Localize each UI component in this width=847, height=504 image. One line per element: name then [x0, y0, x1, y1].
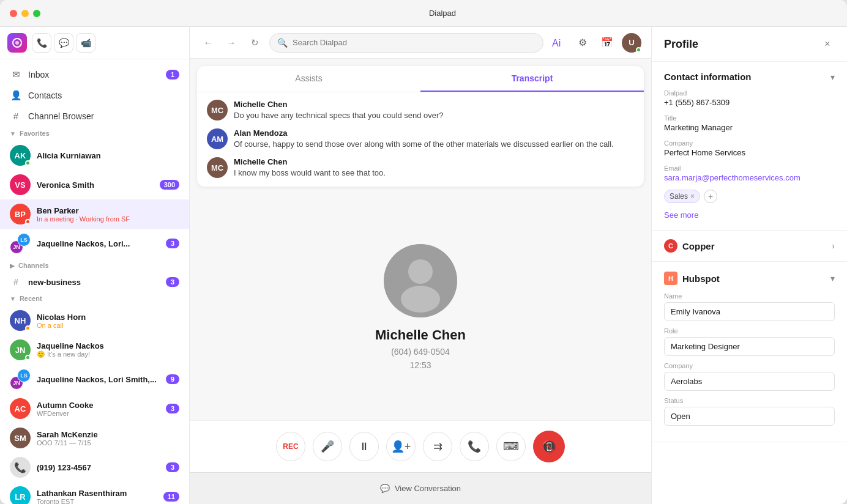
close-panel-button[interactable]: × [820, 37, 835, 51]
contact-item-nicolas[interactable]: NH Nicolas Horn On a call [0, 306, 189, 335]
maximize-button[interactable] [33, 10, 40, 17]
favorites-section-header[interactable]: ▼ Favorites [0, 126, 189, 141]
caller-avatar-large [384, 244, 457, 317]
see-more-link[interactable]: See more [664, 210, 698, 220]
pause-button[interactable]: ⏸ [349, 432, 379, 461]
hs-company-label: Company [664, 362, 835, 369]
contact-item-alicia[interactable]: AK Alicia Kurniawan [0, 141, 189, 170]
contacts-icon: 👤 [10, 90, 22, 101]
status-dot-ben [25, 219, 31, 224]
contact-info-nicolas: Nicolas Horn On a call [37, 313, 179, 329]
copper-section[interactable]: C Copper › [652, 231, 847, 262]
contact-item-sarah[interactable]: SM Sarah McKenzie OOO 7/11 — 7/15 [0, 423, 189, 453]
contact-item-jaqueline-group[interactable]: JN LS Jaqueline Nackos, Lori... 3 [0, 229, 189, 258]
contact-name-jaqueline-lori: Jaqueline Nackos, Lori Smith,... [37, 375, 160, 384]
end-call-button[interactable]: 📵 [533, 431, 565, 462]
hs-status-input[interactable] [664, 407, 835, 426]
hs-company-field: Company [664, 362, 835, 391]
user-avatar[interactable]: U [622, 33, 641, 53]
contact-item-autumn[interactable]: AC Autumn Cooke WFDenver 3 [0, 394, 189, 423]
top-bar-right: ⚙ 📅 U [573, 33, 641, 53]
forward-button[interactable]: → [223, 34, 240, 51]
video-action-button[interactable]: 📹 [76, 33, 95, 53]
minimize-button[interactable] [21, 10, 29, 17]
back-button[interactable]: ← [200, 34, 217, 51]
conversation-icon: 💬 [380, 484, 390, 493]
svg-point-4 [408, 259, 433, 284]
channel-hash-icon: # [10, 277, 22, 287]
contact-info-alicia: Alicia Kurniawan [37, 151, 179, 160]
channels-section-header[interactable]: ▶ Channels [0, 258, 189, 273]
search-input[interactable] [293, 38, 535, 47]
refresh-button[interactable]: ↻ [246, 34, 263, 51]
status-dot-alicia [25, 160, 31, 166]
phone-button[interactable]: 📞 [460, 432, 489, 461]
hs-role-label: Role [664, 327, 835, 335]
sales-tag[interactable]: Sales × [664, 190, 700, 203]
call-panel: Assists Transcript MC Michelle Chen Do y… [190, 59, 651, 504]
sidebar-item-contacts[interactable]: 👤 Contacts [0, 85, 189, 106]
avatar-ben: BP [10, 204, 31, 224]
tab-transcript[interactable]: Transcript [420, 66, 644, 92]
contact-name-lathankan: Lathankan Rasenthiram [37, 489, 157, 498]
recent-section-header[interactable]: ▼ Recent [0, 291, 189, 306]
calendar-button[interactable]: 📅 [597, 33, 617, 53]
hubspot-chevron-icon: ▾ [830, 273, 835, 283]
dialpad-phone-row: Dialpad +1 (555) 867-5309 [664, 89, 835, 107]
hs-role-input[interactable] [664, 337, 835, 356]
contact-item-jaqueline-lori[interactable]: JN LS Jaqueline Nackos, Lori Smith,... 9 [0, 365, 189, 394]
hs-role-field: Role [664, 327, 835, 356]
view-conversation-bar[interactable]: 💬 View Conversation [190, 472, 651, 504]
hs-name-input[interactable] [664, 302, 835, 321]
close-button[interactable] [10, 10, 17, 17]
channel-item-new-business[interactable]: # new-business 3 [0, 273, 189, 291]
message-action-button[interactable]: 💬 [54, 33, 73, 53]
add-tag-button[interactable]: + [704, 190, 717, 203]
favorites-arrow-icon: ▼ [10, 130, 16, 137]
email-value[interactable]: sara.marja@perfecthomeservices.com [664, 173, 835, 182]
contact-status-lathankan: Toronto EST [37, 498, 157, 505]
contact-item-jaqueline-nackos[interactable]: JN Jaqueline Nackos 🙂 It's a new day! [0, 335, 189, 365]
mute-button[interactable]: 🎤 [313, 432, 342, 461]
search-bar[interactable]: 🔍 [269, 33, 543, 53]
hubspot-title-row: H Hubspot [664, 272, 720, 285]
contact-info-header[interactable]: Contact information ▾ [664, 72, 835, 82]
contact-item-veronica[interactable]: VS Veronica Smith 300 [0, 170, 189, 199]
add-person-button[interactable]: 👤+ [386, 432, 416, 461]
contact-item-phone-number[interactable]: 📞 (919) 123-4567 3 [0, 453, 189, 482]
settings-button[interactable]: ⚙ [573, 33, 592, 53]
contact-item-ben[interactable]: BP Ben Parker In a meeting · Working fro… [0, 199, 189, 229]
contact-info-autumn: Autumn Cooke WFDenver [37, 401, 160, 417]
msg-sender-3: Michelle Chen [234, 157, 386, 166]
hs-company-input[interactable] [664, 372, 835, 391]
title-value: Marketing Manager [664, 123, 835, 132]
keypad-button[interactable]: ⌨ [496, 432, 526, 461]
channels-arrow-icon: ▶ [10, 262, 15, 269]
sales-tag-remove-icon[interactable]: × [690, 192, 695, 201]
msg-content-2: Alan Mendoza Of course, happy to send th… [234, 128, 614, 150]
contact-item-lathankan[interactable]: LR Lathankan Rasenthiram Toronto EST 11 [0, 482, 189, 504]
contact-info-title: Contact information [664, 72, 752, 82]
hubspot-header[interactable]: H Hubspot ▾ [664, 272, 835, 285]
main-layout: 📞 💬 📹 ✉ Inbox 1 👤 Contacts # [0, 27, 847, 504]
sidebar-item-inbox[interactable]: ✉ Inbox 1 [0, 64, 189, 85]
dialpad-logo[interactable] [7, 33, 27, 53]
title-row: Title Marketing Manager [664, 114, 835, 132]
hs-status-label: Status [664, 397, 835, 404]
view-conversation-label: View Conversation [395, 484, 461, 493]
ai-icon[interactable]: Ai [550, 34, 567, 51]
transcript-msg-2: AM Alan Mendoza Of course, happy to send… [207, 128, 634, 150]
transfer-button[interactable]: ⇉ [423, 432, 452, 461]
hs-name-label: Name [664, 292, 835, 300]
contact-info-chevron-icon: ▾ [830, 72, 835, 82]
copper-title: Copper [682, 241, 715, 251]
contact-info-lathankan: Lathankan Rasenthiram Toronto EST [37, 489, 157, 505]
sidebar-item-channel-browser[interactable]: # Channel Browser [0, 106, 189, 126]
right-panel: Profile × Contact information ▾ Dialpad … [651, 27, 847, 504]
hubspot-logo: H [664, 272, 677, 285]
phone-action-button[interactable]: 📞 [32, 33, 51, 53]
autumn-badge: 3 [166, 404, 179, 413]
hs-name-field: Name [664, 292, 835, 321]
tab-assists[interactable]: Assists [197, 66, 420, 92]
record-button[interactable]: REC [276, 432, 305, 461]
